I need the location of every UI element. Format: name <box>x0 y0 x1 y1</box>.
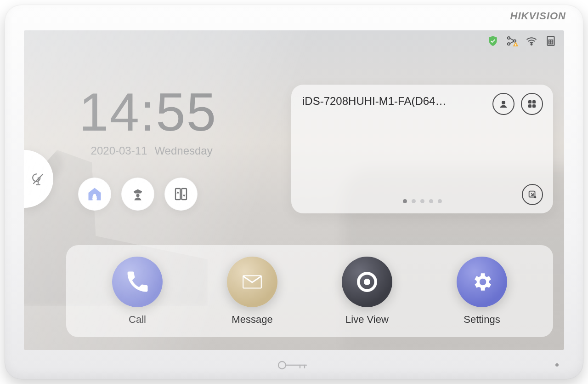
dnd-icon <box>31 172 45 186</box>
svg-point-5 <box>508 43 510 45</box>
call-app[interactable]: Call <box>112 257 163 326</box>
clock-widget: 14:55 2020-03-11Wednesday <box>79 86 217 157</box>
contacts-button[interactable] <box>492 93 514 115</box>
brand-logo: HIKVISION <box>510 11 566 21</box>
microphone-dot <box>555 363 559 367</box>
svg-rect-21 <box>532 104 536 108</box>
svg-point-0 <box>278 361 286 369</box>
device-frame: HIKVISION <box>5 5 583 379</box>
app-dock: Call Message Live View Settings <box>66 245 553 337</box>
sim-card-icon[interactable] <box>545 35 557 47</box>
message-app-label: Message <box>232 314 272 326</box>
svg-point-17 <box>502 101 505 104</box>
svg-point-13 <box>93 194 96 197</box>
grid-icon <box>526 98 537 109</box>
home-icon <box>86 186 103 202</box>
phone-icon <box>112 257 163 307</box>
camera-icon <box>342 257 392 307</box>
svg-point-23 <box>534 196 537 199</box>
svg-point-14 <box>136 194 139 197</box>
elevator-icon <box>173 186 189 202</box>
device-card-title: iDS-7208HUHI-M1-FA(D64… <box>302 95 454 108</box>
liveview-app-label: Live View <box>345 314 389 326</box>
clock-date-value: 2020-03-11 <box>91 144 147 157</box>
settings-app[interactable]: Settings <box>457 257 507 326</box>
elevator-button[interactable] <box>164 178 198 211</box>
message-app[interactable]: Message <box>227 257 277 326</box>
home-mode-button[interactable] <box>78 178 111 211</box>
touch-screen[interactable]: 14:55 2020-03-11Wednesday <box>24 30 564 350</box>
svg-rect-19 <box>532 100 536 103</box>
device-card-pager[interactable] <box>291 199 553 203</box>
clock-time: 14:55 <box>79 86 217 139</box>
svg-point-25 <box>364 279 370 285</box>
mail-icon <box>227 257 277 307</box>
svg-point-9 <box>531 44 532 45</box>
svg-rect-20 <box>528 104 531 108</box>
guard-icon <box>130 186 146 202</box>
svg-rect-15 <box>175 189 181 200</box>
svg-rect-16 <box>182 189 187 200</box>
gear-icon <box>457 257 507 307</box>
topology-warning-icon[interactable] <box>506 35 518 47</box>
minimize-button[interactable] <box>522 184 543 205</box>
minimize-icon <box>527 189 537 200</box>
status-bar <box>487 35 557 47</box>
settings-app-label: Settings <box>464 314 500 326</box>
device-card[interactable]: iDS-7208HUHI-M1-FA(D64… <box>291 85 553 213</box>
grid-button[interactable] <box>521 93 543 115</box>
liveview-app[interactable]: Live View <box>342 257 392 326</box>
guard-button[interactable] <box>121 178 154 211</box>
svg-rect-18 <box>528 100 531 103</box>
clock-date: 2020-03-11Wednesday <box>79 144 217 157</box>
svg-point-4 <box>508 37 510 39</box>
wifi-icon[interactable] <box>526 35 537 47</box>
unlock-key-icon[interactable] <box>277 360 311 370</box>
svg-point-8 <box>515 45 516 46</box>
clock-weekday: Wednesday <box>154 144 212 157</box>
call-app-label: Call <box>129 314 146 326</box>
contacts-icon <box>498 98 509 109</box>
shield-check-icon[interactable] <box>487 35 499 47</box>
quick-actions <box>78 178 198 211</box>
